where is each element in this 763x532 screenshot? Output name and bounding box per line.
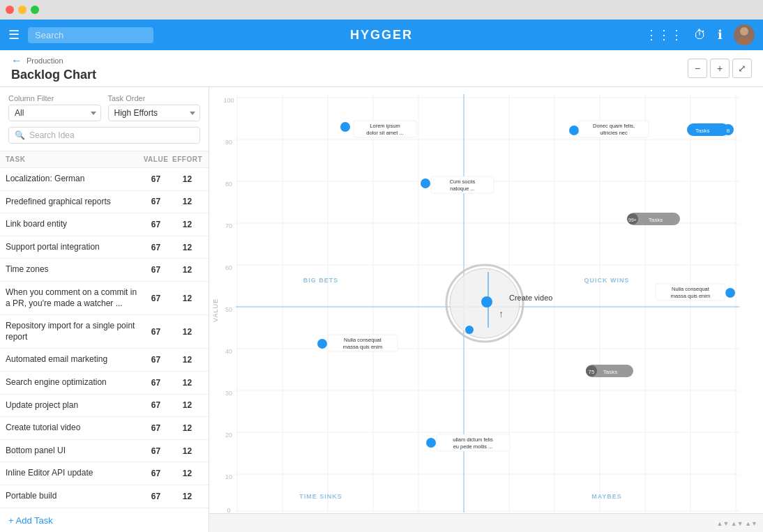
column-filter-label: Column Filter bbox=[8, 94, 101, 102]
svg-text:80: 80 bbox=[225, 181, 232, 188]
task-value: 67 bbox=[140, 469, 172, 478]
svg-text:100: 100 bbox=[223, 97, 234, 104]
svg-text:Tasks: Tasks bbox=[649, 217, 663, 223]
filter-row: Column Filter All Task Order High Effort… bbox=[8, 94, 200, 121]
svg-text:99+: 99+ bbox=[628, 218, 637, 222]
task-effort: 12 bbox=[172, 174, 203, 184]
main-layout: Column Filter All Task Order High Effort… bbox=[0, 87, 763, 532]
chart-svg: VALUE EFFORTS 100 90 80 70 60 50 40 30 2… bbox=[209, 87, 763, 532]
task-row[interactable]: Link board entity 67 12 bbox=[0, 213, 209, 236]
task-row[interactable]: Localization: German 67 12 bbox=[0, 168, 209, 191]
svg-point-76 bbox=[317, 339, 327, 349]
close-button[interactable] bbox=[6, 6, 14, 14]
task-row[interactable]: Search engine optimization 67 12 bbox=[0, 372, 209, 395]
svg-point-0 bbox=[740, 27, 748, 36]
svg-text:10: 10 bbox=[225, 473, 232, 480]
chart-area[interactable]: VALUE EFFORTS 100 90 80 70 60 50 40 30 2… bbox=[209, 87, 763, 532]
svg-text:60: 60 bbox=[225, 264, 232, 271]
svg-text:8: 8 bbox=[727, 128, 730, 134]
header-controls: − + ⤢ bbox=[688, 59, 752, 78]
task-effort: 12 bbox=[172, 446, 203, 456]
maximize-button[interactable] bbox=[31, 6, 39, 14]
bottom-controls: ▲▼ ▲▼ ▲▼ bbox=[209, 513, 763, 532]
search-box: 🔍 bbox=[8, 127, 200, 144]
task-value: 67 bbox=[140, 355, 172, 365]
task-row[interactable]: Inline Editor API update 67 12 bbox=[0, 462, 209, 485]
zoom-controls[interactable]: ▲▼ ▲▼ ▲▼ bbox=[717, 520, 757, 527]
zoom-in-button[interactable]: + bbox=[710, 59, 730, 78]
task-value: 67 bbox=[140, 220, 172, 229]
svg-text:4: 4 bbox=[460, 328, 464, 334]
svg-text:Tasks: Tasks bbox=[695, 128, 709, 134]
page-title: Backlog Chart bbox=[11, 68, 96, 82]
task-effort: 12 bbox=[172, 355, 203, 365]
task-effort: 12 bbox=[172, 423, 203, 433]
svg-text:70: 70 bbox=[225, 222, 232, 229]
clock-icon[interactable]: ⏱ bbox=[694, 28, 707, 43]
svg-text:massa quis enim: massa quis enim bbox=[343, 344, 382, 350]
task-value: 67 bbox=[140, 243, 172, 252]
app-title: HYGGER bbox=[350, 28, 413, 43]
breadcrumb-area: ← Production Backlog Chart bbox=[11, 54, 96, 82]
task-effort: 12 bbox=[172, 378, 203, 388]
task-name: Bottom panel UI bbox=[6, 446, 140, 457]
svg-text:Donec quam felis,: Donec quam felis, bbox=[593, 123, 635, 129]
minimize-button[interactable] bbox=[18, 6, 27, 14]
svg-text:natoque ...: natoque ... bbox=[450, 185, 474, 192]
task-order-group: Task Order High Efforts bbox=[108, 94, 201, 121]
svg-point-95 bbox=[481, 296, 492, 307]
svg-text:Nulla consequat: Nulla consequat bbox=[344, 337, 382, 343]
add-task-label: + Add Task bbox=[8, 515, 53, 526]
search-input[interactable] bbox=[29, 130, 194, 140]
grid-icon[interactable]: ⋮⋮⋮ bbox=[645, 27, 683, 43]
task-value: 67 bbox=[140, 294, 172, 303]
add-task-button[interactable]: + Add Task bbox=[0, 508, 209, 532]
task-row[interactable]: Repository import for a single point rep… bbox=[0, 315, 209, 349]
info-icon[interactable]: ℹ bbox=[718, 27, 723, 43]
svg-text:75: 75 bbox=[589, 369, 595, 375]
task-row[interactable]: Predefined graphical reports 67 12 bbox=[0, 191, 209, 214]
svg-text:dolor sit amet ...: dolor sit amet ... bbox=[366, 130, 403, 136]
task-row[interactable]: Portable build 67 12 bbox=[0, 485, 209, 508]
svg-point-60 bbox=[421, 178, 430, 188]
nav-right-controls: ⋮⋮⋮ ⏱ ℹ bbox=[645, 24, 755, 45]
back-button[interactable]: ← bbox=[11, 54, 22, 67]
breadcrumb-text: Production bbox=[27, 56, 63, 65]
svg-text:TIME SINKS: TIME SINKS bbox=[299, 493, 342, 500]
task-row[interactable]: Bottom panel UI 67 12 bbox=[0, 440, 209, 463]
svg-text:20: 20 bbox=[225, 432, 232, 439]
task-row[interactable]: Automated email marketing 67 12 bbox=[0, 349, 209, 372]
top-nav: ☰ HYGGER ⋮⋮⋮ ⏱ ℹ bbox=[0, 20, 763, 50]
task-name: Link board entity bbox=[6, 219, 140, 230]
task-row[interactable]: Support portal integration 67 12 bbox=[0, 236, 209, 259]
task-value: 67 bbox=[140, 265, 172, 275]
svg-text:massa quis enim: massa quis enim bbox=[671, 293, 710, 299]
sidebar: Column Filter All Task Order High Effort… bbox=[0, 87, 209, 532]
svg-point-88 bbox=[426, 438, 436, 448]
column-filter-select[interactable]: All bbox=[8, 105, 101, 121]
task-name: Predefined graphical reports bbox=[6, 197, 140, 208]
task-effort: 12 bbox=[172, 327, 203, 337]
nav-search-input[interactable] bbox=[28, 27, 153, 43]
task-row[interactable]: Create tutorial video 67 12 bbox=[0, 417, 209, 440]
task-row[interactable]: When you comment on a commit in a PR, yo… bbox=[0, 282, 209, 315]
task-value: 67 bbox=[140, 378, 172, 388]
svg-text:eu pede mollis ...: eu pede mollis ... bbox=[453, 443, 493, 450]
svg-text:Nulla consequat: Nulla consequat bbox=[672, 286, 710, 292]
hamburger-icon[interactable]: ☰ bbox=[8, 27, 20, 43]
th-effort: EFFORT bbox=[172, 155, 203, 163]
breadcrumb: ← Production bbox=[11, 54, 96, 67]
zoom-out-button[interactable]: − bbox=[688, 59, 707, 78]
task-value: 67 bbox=[140, 197, 172, 206]
user-avatar[interactable] bbox=[734, 24, 755, 45]
svg-text:↑: ↑ bbox=[499, 308, 504, 319]
svg-text:ullam dictum felis: ullam dictum felis bbox=[453, 436, 493, 443]
task-effort: 12 bbox=[172, 400, 203, 410]
svg-text:50: 50 bbox=[225, 306, 232, 313]
task-name: Localization: German bbox=[6, 174, 140, 185]
expand-button[interactable]: ⤢ bbox=[732, 59, 752, 78]
task-order-select[interactable]: High Efforts bbox=[108, 105, 201, 121]
task-row[interactable]: Update project plan 67 12 bbox=[0, 395, 209, 418]
task-row[interactable]: Time zones 67 12 bbox=[0, 259, 209, 282]
svg-text:90: 90 bbox=[225, 139, 232, 146]
